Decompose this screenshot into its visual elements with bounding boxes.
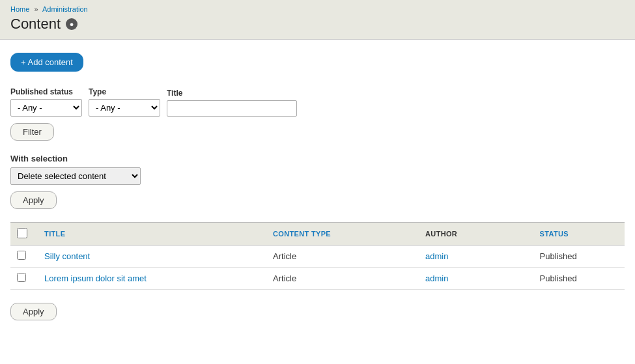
breadcrumb-admin[interactable]: Administration [42,5,88,13]
selection-row: Delete selected content [10,167,625,185]
row-checkbox-cell [10,245,38,268]
content-table: TITLE CONTENT TYPE AUTHOR STATUS Silly c… [10,222,625,290]
page-title-row: Content ● [10,16,625,33]
add-content-button[interactable]: + Add content [10,53,83,72]
row-title-link[interactable]: Lorem ipsum dolor sit amet [44,273,147,283]
published-status-select[interactable]: - Any - [10,99,82,117]
row-author-link[interactable]: admin [425,251,448,261]
type-select[interactable]: - Any - [89,99,160,117]
row-status-cell: Published [533,245,625,268]
row-title-cell: Silly content [38,245,266,268]
header-bar: Home » Administration Content ● [0,0,635,40]
table-row: Lorem ipsum dolor sit amet Article admin… [10,268,625,290]
filter-button[interactable]: Filter [10,123,54,141]
help-icon[interactable]: ● [66,18,78,30]
filters-row: Published status - Any - Type - Any - Ti… [10,87,625,117]
row-title-link[interactable]: Silly content [44,251,90,261]
with-selection-section: With selection Delete selected content A… [10,154,625,209]
title-filter: Title [167,89,297,117]
row-type-cell: Article [266,268,419,290]
row-status-cell: Published [533,268,625,290]
breadcrumb-sep: » [34,5,38,13]
main-content: + Add content Published status - Any - T… [0,40,635,333]
type-filter: Type - Any - [89,87,160,117]
row-checkbox-cell [10,268,38,290]
header-title[interactable]: TITLE [38,223,266,245]
row-title-cell: Lorem ipsum dolor sit amet [38,268,266,290]
page-title: Content [10,16,61,33]
breadcrumb-home[interactable]: Home [10,5,29,13]
row-checkbox-1[interactable] [17,273,26,282]
with-selection-label: With selection [10,154,625,163]
published-status-label: Published status [10,87,82,96]
apply-bottom-button[interactable]: Apply [10,303,57,320]
filters-section: Published status - Any - Type - Any - Ti… [10,87,625,141]
table-header: TITLE CONTENT TYPE AUTHOR STATUS [10,223,625,245]
title-label: Title [167,89,297,98]
table-body: Silly content Article admin Published Lo… [10,245,625,290]
header-status[interactable]: STATUS [533,223,625,245]
row-author-cell: admin [419,245,533,268]
row-checkbox-0[interactable] [17,251,26,260]
type-label: Type [89,87,160,96]
table-header-row: TITLE CONTENT TYPE AUTHOR STATUS [10,223,625,245]
row-author-cell: admin [419,268,533,290]
row-author-link[interactable]: admin [425,273,448,283]
header-author: AUTHOR [419,223,533,245]
table-row: Silly content Article admin Published [10,245,625,268]
published-status-filter: Published status - Any - [10,87,82,117]
title-input[interactable] [167,100,297,117]
breadcrumb: Home » Administration [10,5,625,13]
apply-top-button[interactable]: Apply [10,191,57,209]
row-type-cell: Article [266,245,419,268]
selection-action-select[interactable]: Delete selected content [10,167,141,185]
header-checkbox-col [10,223,38,245]
header-content-type[interactable]: CONTENT TYPE [266,223,419,245]
select-all-checkbox[interactable] [17,228,27,238]
